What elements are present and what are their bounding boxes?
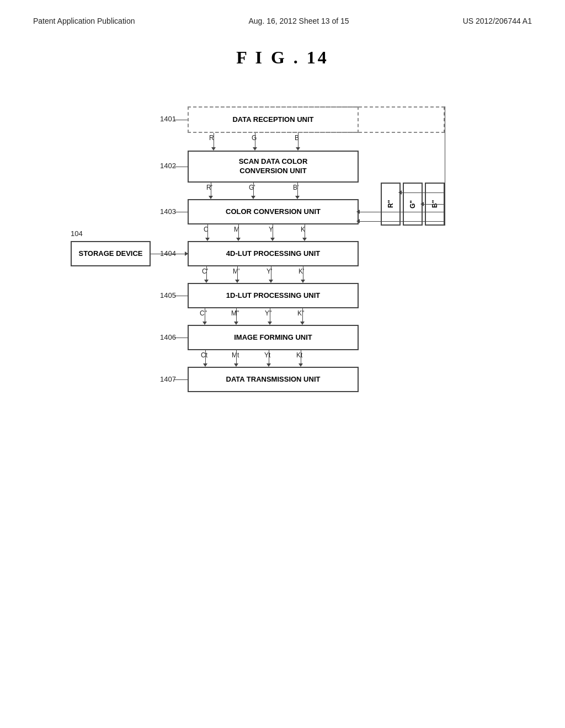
ch-Yt: Yt <box>264 351 270 359</box>
header-middle: Aug. 16, 2012 Sheet 13 of 15 <box>248 17 349 25</box>
ref-1407: 1407 <box>160 375 176 383</box>
diagram-area: DATA RECEPTION UNIT 1401 R G B SCAN DATA… <box>0 90 565 697</box>
block-1401: DATA RECEPTION UNIT <box>188 106 359 133</box>
ch-Ct: Ct <box>201 351 207 359</box>
ch-Gprime: G' <box>249 184 255 191</box>
side-R-dprime: R" <box>381 183 401 226</box>
ref-1403: 1403 <box>160 207 176 216</box>
block-1406: IMAGE FORMING UNIT <box>188 325 359 350</box>
ch-Cprime: C' <box>202 267 208 275</box>
ch-G: G <box>252 134 257 142</box>
block-104: STORAGE DEVICE <box>71 241 151 266</box>
ch-Kt: Kt <box>296 351 302 359</box>
ref-1405: 1405 <box>160 291 176 299</box>
ch-Mdprime: M" <box>231 309 239 317</box>
ch-Cdprime: C" <box>200 309 207 317</box>
header-left: Patent Application Publication <box>33 17 135 25</box>
page-header: Patent Application Publication Aug. 16, … <box>0 0 565 31</box>
ch-Kdprime: K" <box>297 309 304 317</box>
block-1402: SCAN DATA COLOR CONVERSION UNIT <box>188 151 359 183</box>
ref-104: 104 <box>71 229 83 238</box>
block-1403: COLOR CONVERSION UNIT <box>188 199 359 224</box>
header-right: US 2012/206744 A1 <box>463 17 532 25</box>
ch-Mprime: M' <box>233 267 239 275</box>
ref-1406: 1406 <box>160 333 176 341</box>
ch-Ydprime: Y" <box>265 309 271 317</box>
block-1405: 1D-LUT PROCESSING UNIT <box>188 283 359 308</box>
ch-Rprime: R' <box>206 184 212 191</box>
ref-1401: 1401 <box>160 115 176 123</box>
block-1404: 4D-LUT PROCESSING UNIT <box>188 241 359 266</box>
ch-Mt: Mt <box>232 351 239 359</box>
side-G-dprime: G" <box>403 183 423 226</box>
ref-1402: 1402 <box>160 162 176 170</box>
block-1407: DATA TRANSMISSION UNIT <box>188 367 359 392</box>
figure-title: F I G . 14 <box>0 47 565 68</box>
